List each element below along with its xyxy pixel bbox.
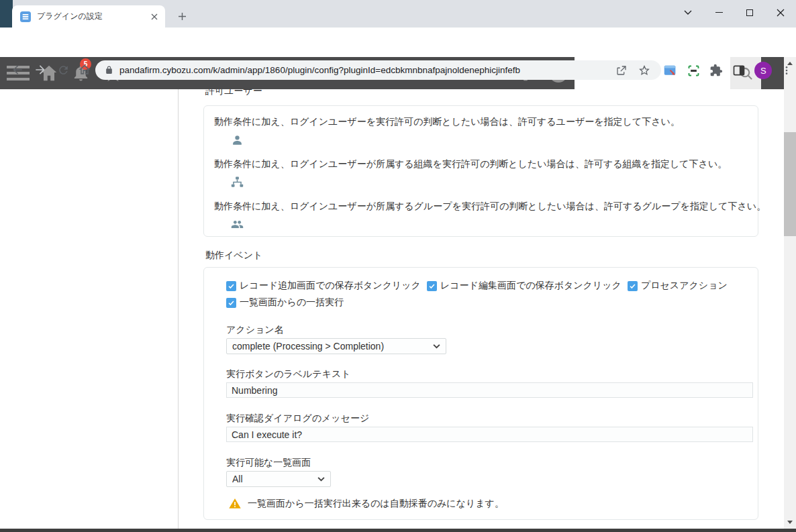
confirm-message-label: 実行確認ダイアログのメッセージ [226, 413, 369, 425]
list-view-label: 実行可能な一覧画面 [226, 457, 311, 469]
window-corner-accent [0, 0, 13, 28]
checkbox-label: プロセスアクション [641, 280, 728, 292]
chevron-down-icon [433, 344, 440, 349]
checkbox-row-2: 一覧画面からの一括実行 [226, 297, 344, 309]
page-scrollbar[interactable] [784, 57, 796, 529]
checkbox-record-add-save[interactable]: レコード追加画面での保存ボタンクリック [226, 280, 421, 292]
tab-close-icon[interactable] [149, 11, 160, 22]
share-icon[interactable] [615, 64, 628, 76]
window-close-button[interactable] [765, 0, 796, 25]
checkbox-checked-icon [427, 281, 437, 291]
extensions-puzzle-icon[interactable] [709, 64, 723, 77]
button-label-input[interactable] [226, 382, 753, 398]
checkbox-checked-icon [226, 281, 236, 291]
profile-avatar[interactable]: S [754, 62, 772, 79]
group-icon[interactable] [231, 218, 244, 231]
organization-icon[interactable] [231, 176, 244, 189]
warning-text: 一覧画面から一括実行出来るのは自動採番のみになります。 [248, 498, 504, 510]
list-view-value: All [232, 474, 317, 484]
confirm-message-input[interactable] [226, 427, 753, 442]
urlbar-actions [615, 64, 652, 76]
browser-tab[interactable]: プラグインの設定 [12, 5, 165, 28]
list-view-select[interactable]: All [226, 471, 331, 487]
chevron-down-icon [317, 477, 325, 482]
window-minimize-button[interactable] [703, 0, 734, 25]
side-panel-icon[interactable] [732, 64, 746, 77]
window-controls [673, 0, 796, 28]
url-text: pandafirm.cybozu.com/k/admin/app/1860/pl… [119, 65, 615, 75]
home-button[interactable] [77, 62, 93, 78]
browser-toolbar: pandafirm.cybozu.com/k/admin/app/1860/pl… [0, 28, 796, 57]
warning-row: 一覧画面から一括実行出来るのは自動採番のみになります。 [228, 497, 504, 510]
scrollbar-down-icon[interactable] [787, 521, 793, 524]
new-tab-button[interactable] [173, 7, 191, 25]
sidebar-divider [178, 89, 179, 529]
bookmark-star-icon[interactable] [638, 64, 650, 76]
permitted-group-help-text: 動作条件に加え、ログインユーザーが所属するグループを実行許可の判断としたい場合は… [214, 201, 766, 213]
action-name-value: complete (Processing > Completion) [232, 341, 433, 352]
window-maximize-button[interactable] [734, 0, 765, 25]
checkbox-bulk-execute-list[interactable]: 一覧画面からの一括実行 [226, 297, 344, 309]
checkbox-label: 一覧画面からの一括実行 [240, 297, 344, 309]
tab-title: プラグインの設定 [37, 11, 149, 22]
action-events-box: レコード追加画面での保存ボタンクリック レコード編集画面での保存ボタンクリック … [203, 267, 758, 520]
lock-icon [105, 66, 113, 74]
action-name-select[interactable]: complete (Processing > Completion) [226, 338, 446, 354]
scrollbar-thumb[interactable] [784, 132, 796, 236]
user-icon[interactable] [231, 134, 244, 146]
page-bottom-bar [0, 529, 796, 532]
checkbox-label: レコード追加画面での保存ボタンクリック [240, 280, 421, 292]
permitted-users-box: 動作条件に加え、ログインユーザーを実行許可の判断としたい場合は、許可するユーザー… [203, 105, 758, 237]
back-button[interactable] [9, 62, 26, 78]
checkbox-row-1: レコード追加画面での保存ボタンクリック レコード編集画面での保存ボタンクリック … [226, 280, 728, 292]
checkbox-process-action[interactable]: プロセスアクション [628, 280, 728, 292]
permitted-users-help-text: 動作条件に加え、ログインユーザーを実行許可の判断としたい場合は、許可するユーザー… [214, 116, 680, 128]
action-name-label: アクション名 [226, 324, 284, 336]
tab-favicon-plugin-icon [20, 11, 31, 22]
permitted-org-help-text: 動作条件に加え、ログインユーザーが所属する組織を実行許可の判断としたい場合は、許… [214, 158, 727, 170]
browser-menu-dots-icon[interactable] [781, 65, 792, 76]
button-label-label: 実行ボタンのラベルテキスト [226, 368, 351, 380]
warning-icon [228, 497, 242, 510]
checkbox-label: レコード編集画面での保存ボタンクリック [440, 280, 621, 292]
toolbar-extensions: S [663, 60, 792, 81]
reload-button[interactable] [55, 62, 71, 78]
checkbox-record-edit-save[interactable]: レコード編集画面での保存ボタンクリック [427, 280, 621, 292]
tab-search-icon[interactable] [673, 0, 703, 25]
blue-window-extension-icon[interactable] [663, 64, 677, 78]
checkbox-checked-icon [628, 281, 638, 291]
section-title-action-events: 動作イベント [205, 250, 262, 262]
browser-titlebar: プラグインの設定 [0, 0, 796, 28]
url-bar[interactable]: pandafirm.cybozu.com/k/admin/app/1860/pl… [95, 60, 661, 80]
checkbox-checked-icon [226, 298, 236, 308]
forward-button[interactable] [32, 62, 48, 78]
green-capture-extension-icon[interactable] [687, 64, 701, 78]
browser-window: プラグインの設定 [0, 0, 796, 532]
